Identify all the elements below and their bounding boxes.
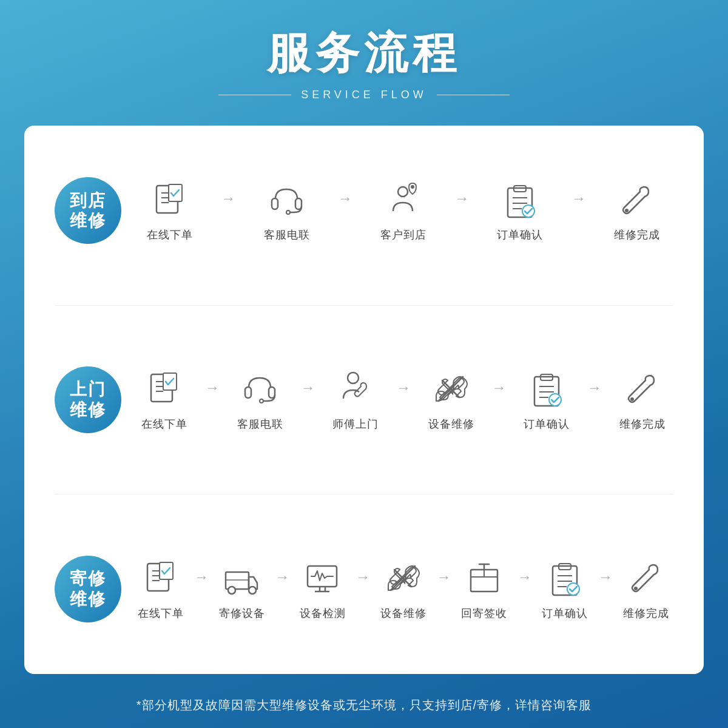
wrench-icon	[625, 558, 667, 600]
step-label-1-0: 在线下单	[141, 417, 187, 431]
badge-text-1: 上门 维修	[70, 379, 106, 420]
step-label-0-1: 客服电联	[264, 228, 310, 242]
step-2-4: 回寄签收	[461, 558, 507, 621]
main-card: 到店 维修在线下单→客服电联→客户到店→订单确认→维修完成上门 维修在线下单→客…	[24, 126, 704, 674]
step-label-2-4: 回寄签收	[461, 606, 507, 621]
step-label-0-3: 订单确认	[497, 228, 543, 242]
step-2-6: 维修完成	[623, 558, 669, 621]
page-header: 服务流程 SERVICE FLOW	[218, 0, 510, 113]
clipboard-check-icon	[499, 179, 541, 221]
step-0-4: 维修完成	[614, 179, 660, 242]
order-icon	[149, 179, 191, 221]
step-label-2-6: 维修完成	[623, 606, 669, 621]
divider-0	[55, 305, 673, 306]
step-label-1-3: 设备维修	[428, 417, 474, 431]
service-row-2: 寄修 维修在线下单→寄修设备→设备检测→设备维修→回寄签收→订单确认→维修完成	[55, 556, 673, 622]
service-row-0: 到店 维修在线下单→客服电联→客户到店→订单确认→维修完成	[55, 177, 673, 244]
wrench-icon	[621, 368, 664, 411]
step-0-0: 在线下单	[147, 179, 193, 242]
badge-text-0: 到店 维修	[70, 190, 106, 231]
step-2-2: 设备检测	[300, 558, 346, 621]
step-2-0: 在线下单	[138, 558, 184, 621]
step-1-4: 订单确认	[524, 368, 570, 431]
arrow-0-1: →	[221, 179, 235, 207]
clipboard-check-icon	[525, 368, 568, 411]
subtitle-line-right	[437, 95, 510, 95]
tools-icon	[382, 558, 425, 600]
page-subtitle: SERVICE FLOW	[301, 89, 427, 101]
person-location-icon	[382, 179, 425, 221]
step-2-3: 设备维修	[380, 558, 426, 621]
step-label-1-4: 订单确认	[524, 417, 570, 431]
arrow-1-5: →	[587, 368, 602, 396]
step-label-2-0: 在线下单	[138, 606, 184, 621]
subtitle-line-left	[218, 95, 291, 95]
arrow-2-6: →	[598, 558, 613, 585]
flow-steps-1: 在线下单→客服电联→师傅上门→设备维修→订单确认→维修完成	[133, 368, 673, 431]
clipboard-check-icon	[544, 558, 586, 600]
technician-icon	[334, 368, 377, 411]
step-label-1-1: 客服电联	[237, 417, 283, 431]
order-icon	[140, 558, 182, 600]
flow-steps-0: 在线下单→客服电联→客户到店→订单确认→维修完成	[133, 179, 673, 242]
truck-icon	[221, 558, 263, 600]
arrow-0-3: →	[454, 179, 469, 207]
arrow-1-3: →	[396, 368, 411, 396]
page-title: 服务流程	[218, 24, 510, 83]
step-label-0-4: 维修完成	[614, 228, 660, 242]
step-label-1-2: 师傅上门	[332, 417, 379, 431]
step-1-0: 在线下单	[141, 368, 187, 431]
step-label-2-2: 设备检测	[300, 606, 346, 621]
step-label-0-2: 客户到店	[380, 228, 426, 242]
step-label-2-3: 设备维修	[380, 606, 426, 621]
service-row-1: 上门 维修在线下单→客服电联→师傅上门→设备维修→订单确认→维修完成	[55, 366, 673, 433]
footer-note: *部分机型及故障因需大型维修设备或无尘环境，只支持到店/寄修，详情咨询客服	[136, 686, 592, 728]
step-label-2-1: 寄修设备	[219, 606, 265, 621]
arrow-0-4: →	[571, 179, 586, 207]
step-label-1-5: 维修完成	[619, 417, 666, 431]
step-1-1: 客服电联	[237, 368, 283, 431]
arrow-1-4: →	[491, 368, 506, 396]
headset-icon	[266, 179, 308, 221]
package-icon	[463, 558, 505, 600]
arrow-0-2: →	[338, 179, 352, 207]
arrow-1-2: →	[301, 368, 315, 396]
divider-1	[55, 494, 673, 494]
arrow-1-1: →	[205, 368, 220, 396]
monitor-check-icon	[302, 558, 344, 600]
tools-icon	[430, 368, 473, 411]
step-0-2: 客户到店	[380, 179, 426, 242]
arrow-2-1: →	[194, 558, 209, 585]
step-label-0-0: 在线下单	[147, 228, 193, 242]
step-1-5: 维修完成	[619, 368, 666, 431]
wrench-icon	[616, 179, 658, 221]
subtitle-row: SERVICE FLOW	[218, 89, 510, 101]
step-0-1: 客服电联	[264, 179, 310, 242]
step-2-1: 寄修设备	[219, 558, 265, 621]
arrow-2-3: →	[356, 558, 370, 585]
service-badge-2: 寄修 维修	[55, 556, 121, 622]
service-badge-1: 上门 维修	[55, 366, 121, 433]
arrow-2-4: →	[437, 558, 451, 585]
step-label-2-5: 订单确认	[542, 606, 588, 621]
service-badge-0: 到店 维修	[55, 177, 121, 244]
step-1-2: 师傅上门	[332, 368, 379, 431]
badge-text-2: 寄修 维修	[70, 568, 106, 609]
order-icon	[143, 368, 186, 411]
step-2-5: 订单确认	[542, 558, 588, 621]
arrow-2-5: →	[517, 558, 532, 585]
headset-icon	[239, 368, 281, 411]
step-0-3: 订单确认	[497, 179, 543, 242]
flow-steps-2: 在线下单→寄修设备→设备检测→设备维修→回寄签收→订单确认→维修完成	[133, 558, 673, 621]
step-1-3: 设备维修	[428, 368, 474, 431]
arrow-2-2: →	[275, 558, 289, 585]
